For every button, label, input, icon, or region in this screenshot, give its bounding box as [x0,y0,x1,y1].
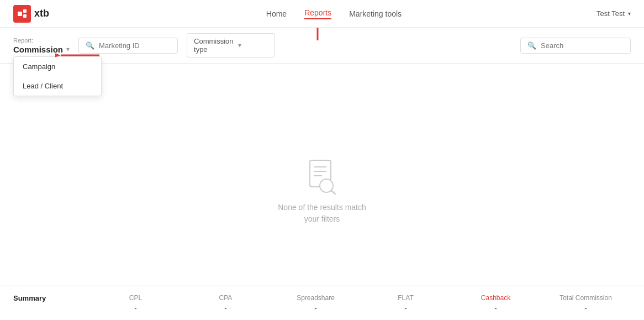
svg-rect-1 [23,9,27,13]
dropdown-item-lead-client[interactable]: Lead / Client [14,76,101,96]
summary-label: Summary [13,294,91,302]
report-dropdown: Campaign Lead / Client [13,56,102,96]
col-header-cpa: CPA [181,294,271,302]
empty-state-text: None of the results match your filters [278,202,366,225]
col-value-total-commission: - [541,304,631,312]
summary-col-total-commission: Total Commission - [541,294,631,312]
col-value-cpl: - [91,304,181,312]
col-header-cpl: CPL [91,294,181,302]
svg-rect-2 [23,14,27,18]
summary-col-spreadshare: Spreadshare - [271,294,361,312]
report-value: Commission [13,45,63,54]
logo-icon [13,5,31,23]
col-value-spreadshare: - [271,304,361,312]
empty-state: None of the results match your filters [278,159,366,225]
commission-type-label: Commission type [194,37,234,54]
report-label: Report: [13,37,70,44]
summary-col-cpl: CPL - [91,294,181,312]
user-menu[interactable]: Test Test ▾ [597,9,631,18]
user-chevron-icon: ▾ [628,11,631,17]
marketing-id-input[interactable] [99,41,171,50]
search-filter[interactable]: 🔍 [520,38,631,54]
nav-home[interactable]: Home [266,9,287,18]
report-selector[interactable]: Report: Commission ▾ Campaign Lead / Cli… [13,37,70,54]
col-header-total-commission: Total Commission [541,294,631,302]
commission-type-chevron-icon: ▾ [238,41,268,49]
nav-marketing-tools[interactable]: Marketing tools [349,9,402,18]
report-chevron-icon: ▾ [66,45,70,53]
footer-summary: Summary CPL - CPA - Spreadshare - FLAT -… [0,286,644,320]
empty-state-icon [305,159,339,195]
commission-type-select[interactable]: Commission type ▾ [187,33,275,57]
main-header: xtb Home Reports Marketing tools Test Te… [0,0,644,28]
col-header-cashback: Cashback [451,294,541,302]
logo-text: xtb [34,8,49,19]
search-icon: 🔍 [527,41,536,50]
user-name: Test Test [597,9,625,18]
main-content: None of the results match your filters [0,64,644,320]
report-value-row[interactable]: Commission ▾ [13,45,70,54]
summary-col-cpa: CPA - [181,294,271,312]
svg-line-12 [331,191,335,194]
col-value-flat: - [361,304,451,312]
summary-col-flat: FLAT - [361,294,451,312]
marketing-id-filter[interactable]: 🔍 [78,38,178,54]
summary-col-cashback: Cashback - [451,294,541,312]
search-input[interactable] [541,41,624,50]
col-value-cashback: - [451,304,541,312]
col-header-spreadshare: Spreadshare [271,294,361,302]
col-value-cpa: - [181,304,271,312]
col-header-flat: FLAT [361,294,451,302]
logo[interactable]: xtb [13,5,49,23]
nav-reports[interactable]: Reports [304,8,331,19]
marketing-id-search-icon: 🔍 [86,41,94,50]
svg-rect-0 [18,12,22,16]
filter-bar: Report: Commission ▾ Campaign Lead / Cli… [0,28,644,64]
dropdown-item-campaign[interactable]: Campaign [14,57,101,76]
main-nav: Home Reports Marketing tools [71,8,597,19]
